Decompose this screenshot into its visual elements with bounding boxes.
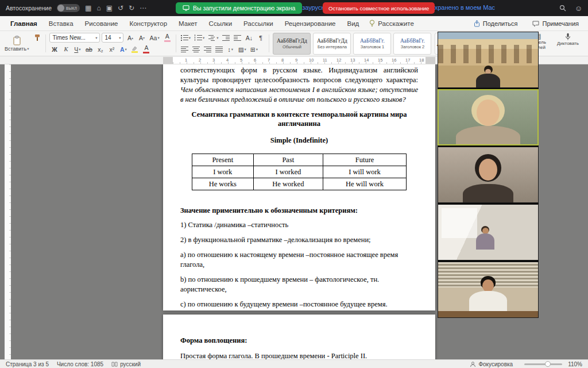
- font-color-button[interactable]: А: [141, 44, 151, 54]
- text-effects-button[interactable]: А▾: [118, 44, 128, 54]
- ruler-number: 9: [295, 57, 297, 63]
- shrink-font-button[interactable]: А▾: [137, 33, 146, 43]
- subscript-button[interactable]: x₂: [95, 44, 105, 54]
- participant-torso: [456, 126, 520, 145]
- share-label: Поделиться: [483, 20, 518, 27]
- table-cell[interactable]: Present: [192, 154, 254, 166]
- autosave-state: ВЫКЛ: [66, 6, 77, 10]
- grow-font-button[interactable]: А▴: [125, 33, 135, 43]
- stop-share-button[interactable]: Остановить совместное использование: [323, 2, 435, 14]
- video-scene-detail-2: [438, 311, 538, 317]
- dropdown-caret: ▾: [95, 36, 97, 40]
- increase-indent-button[interactable]: [233, 33, 242, 43]
- superscript-button[interactable]: x²: [107, 44, 117, 54]
- table-cell[interactable]: I will work: [323, 166, 407, 178]
- italic-button[interactable]: К: [61, 44, 71, 54]
- table-cell[interactable]: Past: [253, 154, 323, 166]
- undo-icon[interactable]: ↺: [118, 5, 123, 12]
- justify-button[interactable]: [214, 44, 224, 54]
- grammar-table[interactable]: PresentPastFutureI workI workedI will wo…: [192, 154, 407, 190]
- comments-button[interactable]: Примечания: [528, 19, 583, 28]
- screen-share-banner: Вы запустили демонстрацию экрана: [176, 2, 302, 14]
- style-sample: АаБбВвГг.: [400, 38, 425, 44]
- more-icon[interactable]: ⋯: [140, 5, 146, 12]
- feedback-smiley-icon[interactable]: ☺: [575, 4, 582, 13]
- borders-button[interactable]: ⊞▾: [249, 44, 259, 54]
- style-card-Заголовок 2[interactable]: АаБбВвГг.Заголовок 2: [393, 33, 431, 55]
- strikethrough-button[interactable]: ab: [84, 44, 94, 54]
- bullets-button[interactable]: ▾: [180, 33, 192, 43]
- caret-down-icon: ▾: [143, 36, 145, 40]
- align-right-button[interactable]: [203, 44, 212, 54]
- style-card-Без интервала[interactable]: АаБбВвГгДдБез интервала: [313, 33, 351, 55]
- participant-video-4[interactable]: [438, 204, 539, 260]
- participant-video-2[interactable]: [438, 89, 539, 145]
- apps-grid-icon[interactable]: ▦: [85, 5, 91, 12]
- tell-me-button[interactable]: Расскажите: [365, 17, 419, 30]
- font-name-combo[interactable]: Times New...▾: [49, 33, 100, 43]
- document-page-1[interactable]: соответствующих форм в русском языке. Ин…: [163, 64, 435, 310]
- search-icon[interactable]: [559, 5, 566, 12]
- criteria-item: a) по отношению к настоящему времени –по…: [180, 250, 418, 270]
- line-spacing-button[interactable]: ↕▾: [226, 44, 235, 54]
- change-case-button[interactable]: Аа▾: [148, 33, 160, 43]
- page-indicator[interactable]: Страница 3 из 5: [6, 361, 49, 367]
- dictate-button[interactable]: Диктовать: [556, 33, 580, 47]
- tab-Ссылки[interactable]: Ссылки: [203, 17, 238, 30]
- tab-Рассылки[interactable]: Рассылки: [238, 17, 279, 30]
- table-cell[interactable]: He will work: [323, 178, 407, 190]
- bold-button[interactable]: Ж: [49, 44, 59, 54]
- tab-Макет[interactable]: Макет: [173, 17, 203, 30]
- show-marks-button[interactable]: ¶: [256, 33, 265, 43]
- align-center-button[interactable]: [191, 44, 201, 54]
- autosave-toggle[interactable]: ВЫКЛ: [57, 4, 80, 12]
- sort-button[interactable]: А↓: [244, 33, 254, 43]
- zoom-slider[interactable]: [524, 363, 562, 365]
- tab-Рисование[interactable]: Рисование: [79, 17, 124, 30]
- tab-Конструктор[interactable]: Конструктор: [123, 17, 173, 30]
- shading-button[interactable]: ▨▾: [237, 44, 247, 54]
- tab-Главная[interactable]: Главная: [5, 17, 43, 30]
- word-count[interactable]: Число слов: 1085: [57, 361, 103, 367]
- tab-Рецензирование[interactable]: Рецензирование: [279, 17, 342, 30]
- paste-button[interactable]: Вставить▾: [5, 36, 29, 52]
- ruler-number: 11: [323, 57, 327, 63]
- numbering-button[interactable]: ▾: [194, 33, 206, 43]
- ruler-number: 8: [281, 57, 284, 63]
- language-indicator[interactable]: русский: [111, 361, 141, 367]
- align-left-button[interactable]: [180, 44, 189, 54]
- format-painter-button[interactable]: [32, 33, 42, 43]
- table-cell[interactable]: I work: [192, 166, 254, 178]
- decrease-indent-button[interactable]: [221, 33, 231, 43]
- redo-icon[interactable]: ↻: [129, 5, 134, 12]
- criteria-heading: Значение применительно к обозначенным кр…: [180, 206, 418, 215]
- table-cell[interactable]: I worked: [253, 166, 323, 178]
- participant-video-3[interactable]: [438, 147, 539, 203]
- zoom-slider-knob[interactable]: [545, 361, 551, 367]
- highlight-button[interactable]: [130, 44, 140, 54]
- table-cell[interactable]: He worked: [253, 178, 323, 190]
- font-size-combo[interactable]: 14▾: [102, 33, 123, 43]
- style-card-Заголовок 1[interactable]: АаБбВвГг.Заголовок 1: [353, 33, 391, 55]
- underline-button[interactable]: Ч▾: [72, 44, 82, 54]
- tab-Вид[interactable]: Вид: [342, 17, 365, 30]
- table-cell[interactable]: He works: [192, 178, 254, 190]
- multilevel-list-button[interactable]: ▾: [207, 33, 219, 43]
- zoom-level[interactable]: 110%: [568, 361, 582, 367]
- participant-video-5[interactable]: [438, 262, 539, 318]
- vertical-ruler[interactable]: [5, 64, 11, 359]
- participant-video-1[interactable]: [438, 32, 539, 88]
- horizontal-ruler[interactable]: 123456789101112131415161718: [163, 57, 435, 64]
- table-cell[interactable]: Future: [323, 154, 407, 166]
- focus-mode-button[interactable]: Фокусировка: [470, 361, 513, 367]
- share-button[interactable]: Поделиться: [469, 19, 523, 28]
- ruler-number: 13: [350, 57, 355, 63]
- document-page-2[interactable]: Форма воплощения: Простая форма глагола.…: [163, 315, 435, 359]
- clear-formatting-button[interactable]: А: [163, 33, 172, 43]
- save-icon[interactable]: ▣: [106, 5, 113, 12]
- shading-icon: ▨: [238, 46, 244, 53]
- style-card-Обычный[interactable]: АаБбВвГгДдОбычный: [273, 33, 311, 55]
- home-icon[interactable]: ⌂: [96, 5, 100, 12]
- ribbon-tabs: ГлавнаяВставкаРисованиеКонструкторМакетС…: [5, 17, 365, 30]
- tab-Вставка[interactable]: Вставка: [43, 17, 79, 30]
